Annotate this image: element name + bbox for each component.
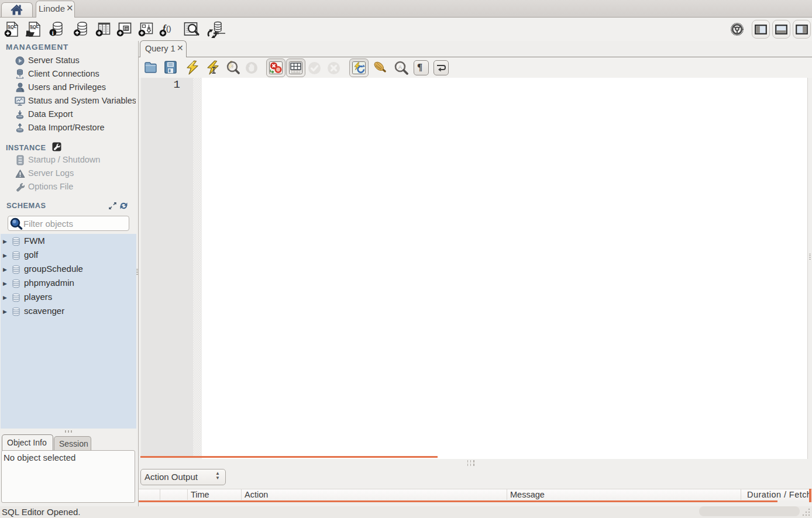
- svg-text:i: i: [52, 30, 54, 36]
- svg-text:SQL: SQL: [8, 24, 17, 29]
- svg-text:A: A: [398, 64, 402, 70]
- svg-text:SQL: SQL: [30, 24, 39, 29]
- svg-text:(): (): [166, 24, 171, 33]
